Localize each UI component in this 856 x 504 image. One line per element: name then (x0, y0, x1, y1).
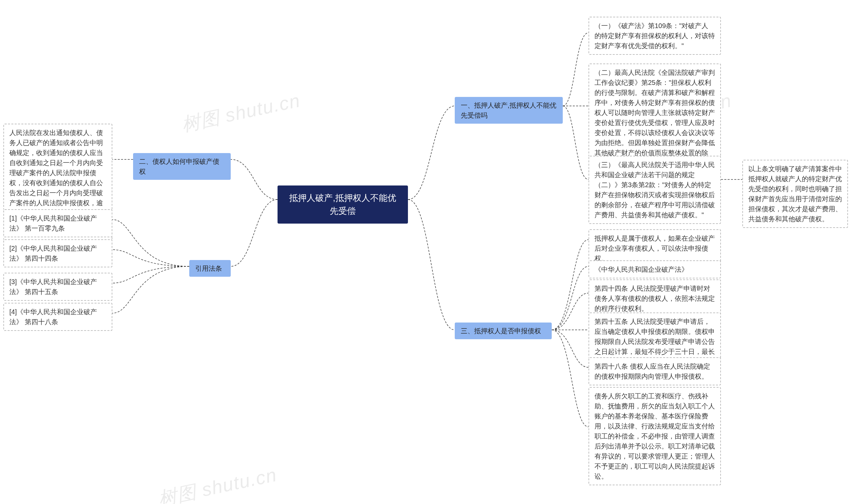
leaf-b1-2-sub[interactable]: 以上条文明确了破产清算案件中抵押权人就破产人的特定财产优先受偿的权利，同时也明确… (742, 160, 848, 228)
leaf-b3-1[interactable]: 《中华人民共和国企业破产法》 (588, 260, 721, 278)
leaf-b4-2[interactable]: [3]《中华人民共和国企业破产法》 第四十五条 (3, 273, 112, 301)
connector-layer (0, 0, 856, 504)
leaf-b4-3[interactable]: [4]《中华人民共和国企业破产法》 第四十八条 (3, 303, 112, 331)
leaf-b1-2[interactable]: （三）《最高人民法院关于适用中华人民共和国企业破产法若干问题的规定（二）》第3条… (588, 156, 721, 224)
leaf-b3-5[interactable]: 债务人所欠职工的工资和医疗、伤残补助、抚恤费用，所欠的应当划入职工个人账户的基本… (588, 387, 721, 485)
branch-2[interactable]: 二、债权人如何申报破产债权 (133, 153, 231, 180)
leaf-b4-1[interactable]: [2]《中华人民共和国企业破产法》 第四十四条 (3, 239, 112, 267)
branch-1[interactable]: 一、抵押人破产,抵押权人不能优先受偿吗 (455, 97, 563, 124)
watermark: 树图 shutu.cn (156, 462, 279, 504)
watermark: 树图 shutu.cn (179, 88, 303, 138)
leaf-b3-4[interactable]: 第四十八条 债权人应当在人民法院确定的债权申报期限内向管理人申报债权。 (588, 357, 721, 385)
leaf-b1-0[interactable]: （一）《破产法》第109条："对破产人的特定财产享有担保权的权利人，对该特定财产… (588, 17, 721, 55)
leaf-b3-2[interactable]: 第四十四条 人民法院受理破产申请时对债务人享有债权的债权人，依照本法规定的程序行… (588, 280, 721, 318)
branch-3[interactable]: 三、抵押权人是否申报债权 (455, 323, 552, 339)
leaf-b4-0[interactable]: [1]《中华人民共和国企业破产法》 第一百零九条 (3, 209, 112, 237)
branch-4[interactable]: 引用法条 (189, 260, 231, 277)
root-node[interactable]: 抵押人破产,抵押权人不能优先受偿 (278, 185, 408, 223)
